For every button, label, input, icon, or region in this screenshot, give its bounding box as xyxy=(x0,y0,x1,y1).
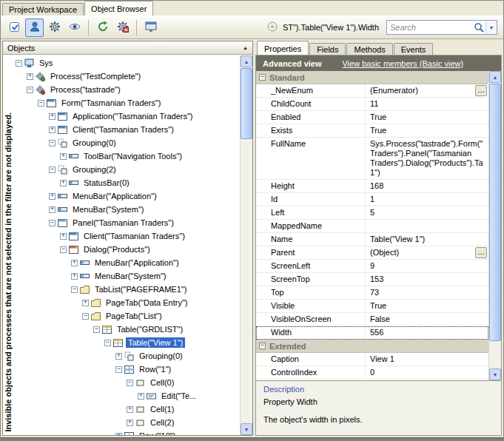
property-row[interactable]: NameTable("View 1") xyxy=(256,233,488,246)
tree-expander[interactable]: − xyxy=(38,100,44,107)
tree-item[interactable]: +StatusBar(0) xyxy=(14,176,240,189)
search-dropdown-button[interactable]: ▼ xyxy=(485,21,497,34)
property-section-header[interactable]: −Standard xyxy=(256,71,488,84)
property-row[interactable]: _NewEnum(Enumerator)… xyxy=(256,84,488,98)
tree-item[interactable]: +Process("TestComplete") xyxy=(14,70,240,83)
collapse-icon[interactable]: − xyxy=(259,74,266,81)
tree-expander[interactable]: + xyxy=(71,260,78,266)
tree-expander[interactable]: − xyxy=(60,246,67,253)
property-row[interactable]: Height168 xyxy=(256,180,488,193)
tree-expander[interactable]: + xyxy=(49,127,56,133)
property-row[interactable]: Parent(Object)… xyxy=(256,246,488,260)
property-row[interactable]: Top73 xyxy=(256,286,488,300)
tree-expander[interactable]: + xyxy=(127,420,133,426)
tree-expander[interactable]: − xyxy=(16,60,22,67)
tree-item[interactable]: −PageTab("List") xyxy=(14,309,240,323)
refresh-button[interactable] xyxy=(93,18,112,37)
tree-expander[interactable]: + xyxy=(138,393,144,400)
tree-item[interactable]: +MenuBar("Application") xyxy=(14,256,240,269)
tree-item[interactable]: +Cell(2) xyxy=(14,416,240,429)
property-row[interactable]: FullNameSys.Process("tastrade").Form(" T… xyxy=(256,138,488,180)
tree-item[interactable]: +Application("Tasmanian Traders") xyxy=(14,110,240,123)
tree-expander[interactable]: − xyxy=(49,140,56,147)
process-filter-button[interactable] xyxy=(113,18,132,37)
property-row[interactable]: VisibleTrue xyxy=(256,300,488,313)
tree-expander[interactable]: + xyxy=(27,73,33,80)
search-icon[interactable] xyxy=(472,22,485,33)
scroll-down-icon[interactable]: ▼ xyxy=(489,368,501,380)
tree-item[interactable]: −Table("View 1") xyxy=(14,336,240,349)
tree-item[interactable]: −Process("tastrade") xyxy=(14,83,240,96)
property-row[interactable]: Id1 xyxy=(256,193,488,206)
tree-expander[interactable]: − xyxy=(49,166,56,173)
tree-expander[interactable]: − xyxy=(82,313,89,320)
tree-item[interactable]: +Row("10") xyxy=(14,429,240,435)
tree-item[interactable]: −Grouping(0) xyxy=(14,136,240,149)
tree-expander[interactable]: − xyxy=(93,326,100,333)
properties-scrollbar[interactable]: ▲ ▼ xyxy=(488,71,501,380)
property-row[interactable]: ScreenLeft9 xyxy=(256,260,488,273)
tree-expander[interactable]: − xyxy=(27,87,33,93)
tree-expander[interactable]: + xyxy=(49,193,56,200)
tab-events[interactable]: Events xyxy=(394,43,434,55)
tree-item[interactable]: +MenuBar("System") xyxy=(14,269,240,283)
tree-expander[interactable]: + xyxy=(127,406,133,413)
map-object-button[interactable] xyxy=(5,18,24,37)
tree-item[interactable]: +Cell(1) xyxy=(14,403,240,416)
tree-item[interactable]: −Table("GRDLIST") xyxy=(14,323,240,336)
tree-item[interactable]: +Edit("Te... xyxy=(14,389,240,403)
property-row[interactable]: ExistsTrue xyxy=(256,124,488,138)
tab-methods[interactable]: Methods xyxy=(346,43,392,55)
properties-scrollbar-thumb[interactable] xyxy=(489,84,501,341)
tree-scrollbar[interactable]: ▲ ▼ xyxy=(240,55,252,435)
tree-item[interactable]: −Dialog("Products") xyxy=(14,243,240,256)
show-panel-button[interactable] xyxy=(141,18,160,37)
tree-item[interactable]: +ToolBar("Navigation Tools") xyxy=(14,149,240,163)
tree-expander[interactable]: − xyxy=(104,340,111,346)
tab-properties[interactable]: Properties xyxy=(257,41,309,55)
property-row[interactable]: MappedName xyxy=(256,220,488,233)
tree-expander[interactable]: + xyxy=(60,180,67,186)
tree-expander[interactable]: − xyxy=(71,286,78,293)
tree-expander[interactable]: + xyxy=(60,153,67,160)
tree-item[interactable]: +MenuBar("Application") xyxy=(14,189,240,203)
tree-item[interactable]: +Client("Tasmanian Traders") xyxy=(14,229,240,243)
scroll-up-icon[interactable]: ▲ xyxy=(489,71,501,83)
property-row[interactable]: Left5 xyxy=(256,206,488,220)
search-input[interactable] xyxy=(387,23,472,32)
property-row[interactable]: CaptionView 1 xyxy=(256,353,488,366)
property-row[interactable]: EnabledTrue xyxy=(256,111,488,124)
tree-item[interactable]: −TabList("PAGEFRAME1") xyxy=(14,283,240,296)
tab-fields[interactable]: Fields xyxy=(309,43,346,55)
tab-project-workspace[interactable]: Project Workspace xyxy=(2,3,84,16)
tree-expander[interactable]: − xyxy=(127,380,133,386)
settings-button[interactable] xyxy=(45,18,64,37)
tree-item[interactable]: −Cell(0) xyxy=(14,376,240,389)
tree-item[interactable]: +PageTab("Data Entry") xyxy=(14,296,240,309)
tree-expander[interactable]: + xyxy=(49,113,56,120)
tab-object-browser[interactable]: Object Browser xyxy=(84,1,153,16)
tree-item[interactable]: −Sys xyxy=(14,56,240,70)
tree-expander[interactable]: + xyxy=(82,300,89,306)
tree-item[interactable]: −Grouping(2) xyxy=(14,163,240,176)
scroll-down-icon[interactable]: ▼ xyxy=(241,423,252,435)
property-row[interactable]: ScreenTop153 xyxy=(256,273,488,286)
tree-expander[interactable]: + xyxy=(115,353,122,360)
highlight-object-button[interactable] xyxy=(25,18,44,37)
tree-item[interactable]: −Row("1") xyxy=(14,363,240,376)
tree-expander[interactable]: + xyxy=(115,433,122,436)
property-row[interactable]: Width556 xyxy=(256,326,488,340)
property-row[interactable]: ChildCount11 xyxy=(256,98,488,111)
tree-expander[interactable]: − xyxy=(49,220,56,226)
basic-view-link[interactable]: View basic members (Basic view) xyxy=(342,59,463,68)
collapse-icon[interactable]: − xyxy=(259,343,266,349)
panel-collapse-icon[interactable]: ▲ xyxy=(243,45,248,50)
tree-item[interactable]: −Form("Tasmanian Traders") xyxy=(14,96,240,110)
tree-expander[interactable]: − xyxy=(115,366,122,373)
ellipsis-button[interactable]: … xyxy=(475,85,487,96)
tree-item[interactable]: +Grouping(0) xyxy=(14,349,240,363)
tree-expander[interactable]: + xyxy=(71,273,78,280)
tree-expander[interactable]: + xyxy=(49,206,56,213)
view-options-button[interactable] xyxy=(65,18,84,37)
tree-item[interactable]: −Panel("Tasmanian Traders") xyxy=(14,216,240,229)
